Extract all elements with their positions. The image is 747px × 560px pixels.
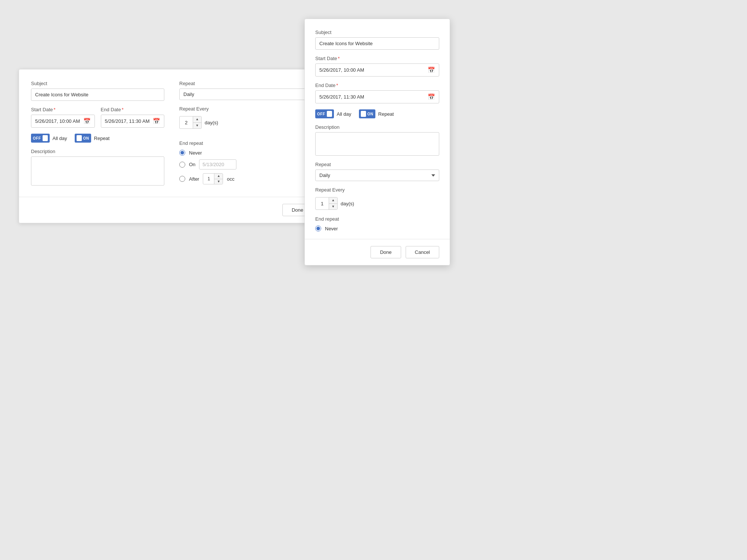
allday-toggle-label-bg: OFF [33, 136, 41, 140]
bg-footer: Done [19, 197, 325, 223]
end-date-label-fg: End Date* [315, 83, 439, 88]
start-date-value-bg: 5/26/2017, 10:00 AM [35, 118, 80, 124]
repeat-field-fg: Repeat Daily [315, 162, 439, 181]
cancel-button-fg[interactable]: Cancel [406, 246, 439, 258]
allday-toggle-group-bg: OFF All day [31, 134, 67, 143]
allday-text-fg: All day [337, 111, 351, 117]
repeat-every-buttons-bg: ▲ ▼ [193, 116, 201, 128]
start-date-value-fg: 5/26/2017, 10:00 AM [319, 67, 425, 73]
repeat-toggle-fg[interactable]: ON [359, 109, 375, 118]
subject-field-bg: Subject [31, 81, 164, 101]
repeat-select-fg[interactable]: Daily [315, 169, 439, 181]
allday-toggle-fg[interactable]: OFF [315, 109, 334, 118]
radio-after-bg[interactable] [179, 176, 185, 182]
radio-never-label-fg: Never [325, 226, 338, 231]
subject-field-fg: Subject [315, 29, 439, 50]
radio-on-date-bg[interactable] [199, 159, 236, 169]
done-button-fg[interactable]: Done [371, 246, 401, 258]
radio-never-label-bg: Never [189, 150, 202, 156]
radio-after-up-bg[interactable]: ▲ [214, 174, 223, 179]
radio-after-stepper-bg: 1 ▲ ▼ [203, 173, 223, 184]
bg-right-col: Repeat Daily Repeat Every 2 ▲ ▼ day [179, 81, 313, 186]
end-date-input-fg[interactable]: 5/26/2017, 11:30 AM 📅 [315, 90, 439, 103]
radio-never-bg[interactable] [179, 150, 185, 156]
repeat-every-value-fg: 1 [316, 197, 329, 209]
repeat-every-down-btn-fg[interactable]: ▼ [329, 204, 337, 210]
end-date-value-fg: 5/26/2017, 11:30 AM [319, 94, 425, 100]
allday-toggle-knob-fg [327, 111, 332, 117]
calendar-icon-start-bg[interactable]: 📅 [83, 118, 91, 125]
repeat-every-stepper-fg: 1 ▲ ▼ [315, 197, 338, 210]
dates-row-bg: Start Date* 5/26/2017, 10:00 AM 📅 End Da… [31, 107, 164, 134]
repeat-every-up-btn-bg[interactable]: ▲ [193, 116, 201, 123]
occ-label-bg: occ [227, 176, 234, 182]
repeat-every-label-bg: Repeat Every [179, 106, 313, 112]
radio-after-label-bg: After [189, 176, 199, 182]
repeat-every-field-bg: Repeat Every 2 ▲ ▼ day(s) [179, 106, 313, 129]
allday-text-bg: All day [53, 136, 67, 141]
radio-after-buttons-bg: ▲ ▼ [214, 174, 223, 184]
radio-on-bg[interactable] [179, 162, 185, 168]
end-repeat-radio-group-bg: Never On After 1 ▲ [179, 150, 313, 184]
subject-label-fg: Subject [315, 29, 439, 35]
repeat-select-bg: Daily [179, 88, 313, 100]
fg-footer: Done Cancel [305, 239, 450, 265]
fg-body: Subject Start Date* 5/26/2017, 10:00 AM … [305, 19, 450, 239]
subject-input-fg[interactable] [315, 37, 439, 50]
end-repeat-radio-group-fg: Never [315, 225, 439, 231]
repeat-every-label-fg: Repeat Every [315, 187, 439, 193]
repeat-every-row-fg: 1 ▲ ▼ day(s) [315, 197, 439, 210]
repeat-toggle-label-fg: ON [368, 112, 374, 116]
radio-after-down-bg[interactable]: ▼ [214, 179, 223, 184]
radio-after-row-bg: After 1 ▲ ▼ occ [179, 173, 313, 184]
foreground-dialog: Subject Start Date* 5/26/2017, 10:00 AM … [304, 19, 450, 265]
start-date-label-fg: Start Date* [315, 56, 439, 61]
description-textarea-bg[interactable] [31, 156, 164, 186]
calendar-icon-start-fg[interactable]: 📅 [428, 66, 435, 74]
bg-left-col: Subject Start Date* 5/26/2017, 10:00 AM … [31, 81, 164, 186]
calendar-icon-end-fg[interactable]: 📅 [428, 93, 435, 100]
start-date-label-bg: Start Date* [31, 107, 95, 112]
repeat-text-bg: Repeat [94, 136, 110, 141]
repeat-every-up-btn-fg[interactable]: ▲ [329, 197, 337, 204]
start-date-input-bg[interactable]: 5/26/2017, 10:00 AM 📅 [31, 115, 95, 128]
subject-input-bg[interactable] [31, 88, 164, 101]
repeat-field-bg: Repeat Daily [179, 81, 313, 100]
end-date-field-bg: End Date* 5/26/2017, 11:30 AM 📅 [101, 107, 165, 134]
radio-never-fg[interactable] [315, 225, 321, 231]
repeat-every-field-fg: Repeat Every 1 ▲ ▼ day(s) [315, 187, 439, 210]
description-field-bg: Description [31, 149, 164, 186]
repeat-toggle-knob-fg [361, 111, 366, 117]
radio-on-label-bg: On [189, 162, 195, 167]
repeat-every-unit-bg: day(s) [205, 120, 218, 125]
radio-after-value-bg: 1 [203, 174, 214, 184]
repeat-toggle-group-bg: ON Repeat [75, 134, 110, 143]
description-label-bg: Description [31, 149, 164, 154]
end-date-value-bg: 5/26/2017, 11:30 AM [105, 118, 150, 124]
end-date-field-fg: End Date* 5/26/2017, 11:30 AM 📅 [315, 83, 439, 103]
allday-toggle-bg[interactable]: OFF [31, 134, 50, 143]
end-repeat-section-fg: End repeat Never [315, 216, 439, 231]
repeat-every-row-bg: 2 ▲ ▼ day(s) [179, 116, 313, 129]
end-date-input-bg[interactable]: 5/26/2017, 11:30 AM 📅 [101, 115, 165, 128]
description-field-fg: Description [315, 124, 439, 156]
allday-toggle-label-fg: OFF [317, 112, 325, 116]
repeat-toggle-bg[interactable]: ON [75, 134, 91, 143]
repeat-every-buttons-fg: ▲ ▼ [329, 197, 337, 209]
repeat-text-fg: Repeat [378, 111, 394, 117]
radio-on-row-bg: On [179, 159, 313, 169]
allday-toggle-knob-bg [43, 135, 48, 141]
start-date-input-fg[interactable]: 5/26/2017, 10:00 AM 📅 [315, 63, 439, 77]
allday-toggle-group-fg: OFF All day [315, 109, 351, 118]
radio-never-row-fg: Never [315, 225, 439, 231]
repeat-every-value-bg: 2 [180, 116, 193, 128]
calendar-icon-end-bg[interactable]: 📅 [153, 118, 160, 125]
start-date-field-fg: Start Date* 5/26/2017, 10:00 AM 📅 [315, 56, 439, 77]
repeat-label-bg: Repeat [179, 81, 313, 86]
repeat-toggle-label-bg: ON [83, 136, 89, 140]
description-label-fg: Description [315, 124, 439, 130]
repeat-every-down-btn-bg[interactable]: ▼ [193, 123, 201, 129]
subject-label-bg: Subject [31, 81, 164, 86]
description-textarea-fg[interactable] [315, 132, 439, 156]
radio-never-row-bg: Never [179, 150, 313, 156]
